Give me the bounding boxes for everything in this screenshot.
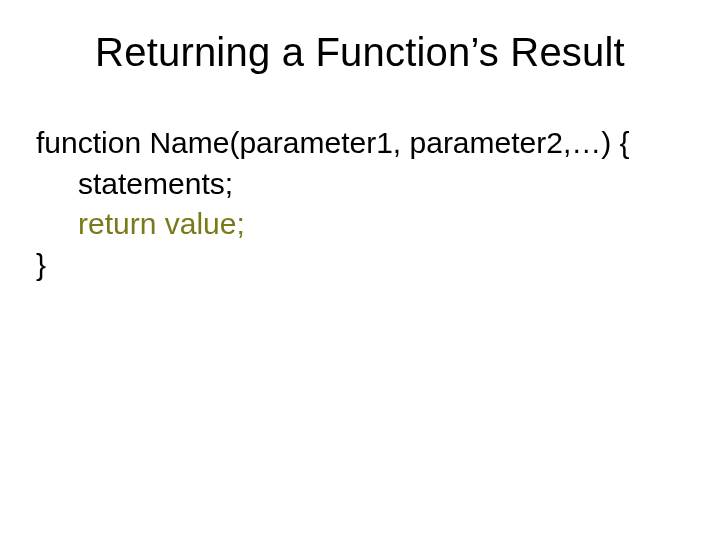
code-line-statements: statements; xyxy=(78,164,684,205)
code-block: function Name(parameter1, parameter2,…) … xyxy=(36,123,684,285)
code-line-function-decl: function Name(parameter1, parameter2,…) … xyxy=(36,123,684,164)
slide-container: Returning a Function’s Result function N… xyxy=(0,0,720,540)
code-line-close-brace: } xyxy=(36,245,684,286)
code-line-return: return value; xyxy=(78,204,684,245)
slide-title: Returning a Function’s Result xyxy=(36,30,684,75)
